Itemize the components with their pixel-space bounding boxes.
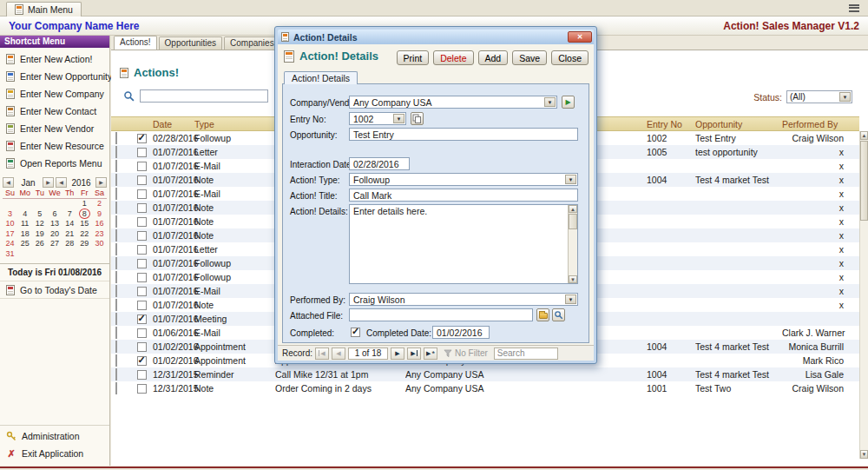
scroll-down-icon[interactable]: ▼ bbox=[860, 450, 868, 459]
row-checkbox[interactable] bbox=[137, 245, 147, 255]
action-details-textarea[interactable]: Enter details here. ▲ ▼ bbox=[349, 204, 578, 284]
col-header-type[interactable]: Type bbox=[194, 119, 275, 129]
row-checkbox[interactable] bbox=[137, 384, 147, 394]
row-checkbox[interactable] bbox=[137, 328, 147, 338]
save-button[interactable]: Save bbox=[512, 50, 547, 65]
calendar-day[interactable]: 22 bbox=[77, 229, 92, 240]
calendar-day[interactable]: 13 bbox=[47, 219, 62, 229]
col-header-entry-no[interactable]: Entry No bbox=[647, 119, 695, 129]
calendar-day[interactable]: 3 bbox=[3, 209, 17, 220]
table-row[interactable]: 12/31/2015 Reminder Call Mike 12/31 at 1… bbox=[111, 367, 859, 381]
calendar-day[interactable]: 11 bbox=[17, 219, 32, 229]
browse-file-button[interactable] bbox=[536, 308, 549, 321]
dialog-close-button[interactable]: ✕ bbox=[568, 31, 592, 43]
calendar-day[interactable]: 10 bbox=[3, 219, 17, 229]
view-tab[interactable]: Actions! bbox=[114, 36, 157, 50]
calendar-day[interactable]: 29 bbox=[77, 239, 92, 249]
calendar-day[interactable]: 18 bbox=[17, 229, 32, 240]
row-checkbox[interactable] bbox=[137, 287, 147, 296]
calendar-day[interactable]: 12 bbox=[32, 219, 47, 229]
goto-company-button[interactable]: ▶ bbox=[562, 96, 575, 109]
col-header-opportunity[interactable]: Opportunity bbox=[695, 119, 782, 129]
calendar-day[interactable]: 20 bbox=[47, 229, 62, 240]
row-checkbox[interactable] bbox=[137, 314, 147, 324]
sidebar-item[interactable]: Open Reports Menu bbox=[0, 155, 109, 172]
prev-year-icon[interactable]: ◀ bbox=[56, 177, 67, 188]
row-checkbox[interactable] bbox=[137, 231, 147, 241]
scrollbar-thumb[interactable] bbox=[860, 141, 868, 221]
calendar-day[interactable]: 27 bbox=[47, 239, 62, 249]
calendar-day[interactable]: 14 bbox=[62, 219, 77, 229]
calendar-day[interactable]: 30 bbox=[92, 239, 107, 249]
calendar-day[interactable]: 5 bbox=[32, 209, 47, 220]
next-record-button[interactable]: ▶ bbox=[391, 348, 404, 360]
calendar-day[interactable]: 6 bbox=[47, 209, 62, 220]
calendar-day[interactable]: 25 bbox=[17, 239, 32, 249]
textarea-scrollbar[interactable]: ▲ ▼ bbox=[568, 205, 577, 283]
calendar-day[interactable]: 31 bbox=[3, 249, 17, 260]
row-checkbox[interactable] bbox=[137, 356, 147, 366]
dialog-tab-action-details[interactable]: Action! Details bbox=[284, 71, 358, 84]
copy-entry-button[interactable] bbox=[411, 112, 424, 125]
row-checkbox[interactable] bbox=[137, 301, 147, 310]
print-button[interactable]: Print bbox=[397, 50, 430, 65]
search-file-button[interactable] bbox=[552, 308, 565, 321]
row-checkbox[interactable] bbox=[137, 273, 147, 282]
add-button[interactable]: Add bbox=[478, 50, 509, 65]
calendar-day[interactable]: 23 bbox=[92, 229, 107, 240]
row-checkbox[interactable] bbox=[137, 203, 147, 213]
row-checkbox[interactable] bbox=[137, 162, 147, 171]
action-title-field[interactable]: Call Mark bbox=[349, 189, 578, 202]
row-checkbox[interactable] bbox=[137, 148, 147, 157]
sidebar-item[interactable]: Enter New Opportunity bbox=[0, 68, 109, 85]
view-tab[interactable]: Opportunities bbox=[159, 36, 222, 50]
action-type-combo[interactable]: Followup▼ bbox=[349, 173, 578, 186]
calendar-day[interactable]: 9 bbox=[92, 209, 107, 220]
row-checkbox[interactable] bbox=[137, 370, 147, 380]
calendar-day[interactable] bbox=[17, 199, 32, 209]
menu-icon[interactable] bbox=[849, 4, 859, 12]
opportunity-field[interactable]: Test Entry bbox=[349, 128, 578, 141]
dialog-titlebar[interactable]: Action! Details ✕ bbox=[278, 30, 594, 44]
sidebar-item[interactable]: Enter New Vendor bbox=[0, 120, 109, 137]
prev-month-icon[interactable]: ◀ bbox=[3, 177, 14, 188]
attached-file-field[interactable] bbox=[349, 308, 533, 321]
calendar-day[interactable]: 24 bbox=[3, 239, 17, 249]
calendar-day[interactable]: 19 bbox=[32, 229, 47, 240]
calendar-day[interactable]: 7 bbox=[62, 209, 77, 220]
calendar-day[interactable]: 2 bbox=[92, 199, 107, 209]
go-to-today-button[interactable]: Go to Today's Date bbox=[0, 281, 109, 299]
scroll-up-icon[interactable]: ▲ bbox=[860, 131, 868, 140]
col-header-performed-by[interactable]: Performed By bbox=[782, 119, 859, 129]
company-vendor-combo[interactable]: Any Company USA▼ bbox=[349, 96, 557, 109]
calendar-day[interactable]: 28 bbox=[62, 239, 77, 249]
calendar-day[interactable]: 21 bbox=[62, 229, 77, 240]
sidebar-item[interactable]: Enter New Action! bbox=[0, 50, 109, 68]
scroll-up-icon[interactable]: ▲ bbox=[569, 205, 577, 213]
view-tab[interactable]: Companies bbox=[224, 36, 280, 50]
row-checkbox[interactable] bbox=[137, 342, 147, 352]
last-record-button[interactable]: ▶ bbox=[407, 348, 421, 360]
calendar-day[interactable] bbox=[62, 199, 77, 209]
performed-by-combo[interactable]: Craig Wilson▼ bbox=[349, 293, 578, 306]
scroll-down-icon[interactable]: ▼ bbox=[569, 275, 577, 283]
completed-checkbox[interactable] bbox=[351, 328, 360, 337]
row-checkbox[interactable] bbox=[137, 175, 147, 185]
calendar-day[interactable] bbox=[47, 199, 62, 209]
record-search-input[interactable]: Search bbox=[494, 348, 558, 360]
calendar-day[interactable] bbox=[32, 199, 47, 209]
calendar-day[interactable]: 8 bbox=[77, 209, 92, 220]
calendar-day[interactable]: 16 bbox=[92, 219, 107, 229]
row-checkbox[interactable] bbox=[137, 189, 147, 199]
interaction-date-field[interactable]: 02/28/2016 bbox=[349, 157, 410, 170]
calendar-day[interactable]: 17 bbox=[3, 229, 17, 240]
col-header-date[interactable]: Date bbox=[153, 119, 194, 129]
new-record-button[interactable]: ▶* bbox=[424, 348, 437, 360]
close-button[interactable]: Close bbox=[551, 50, 589, 65]
table-row[interactable]: 12/31/2015 Note Order Coming in 2 days A… bbox=[111, 381, 859, 395]
calendar-day[interactable]: 15 bbox=[77, 219, 92, 229]
entry-no-combo[interactable]: 1002▼ bbox=[349, 112, 406, 125]
first-record-button[interactable]: ◀ bbox=[315, 348, 329, 360]
calendar-day[interactable]: 1 bbox=[77, 199, 92, 209]
table-scrollbar[interactable]: ▲ ▼ bbox=[859, 131, 868, 459]
